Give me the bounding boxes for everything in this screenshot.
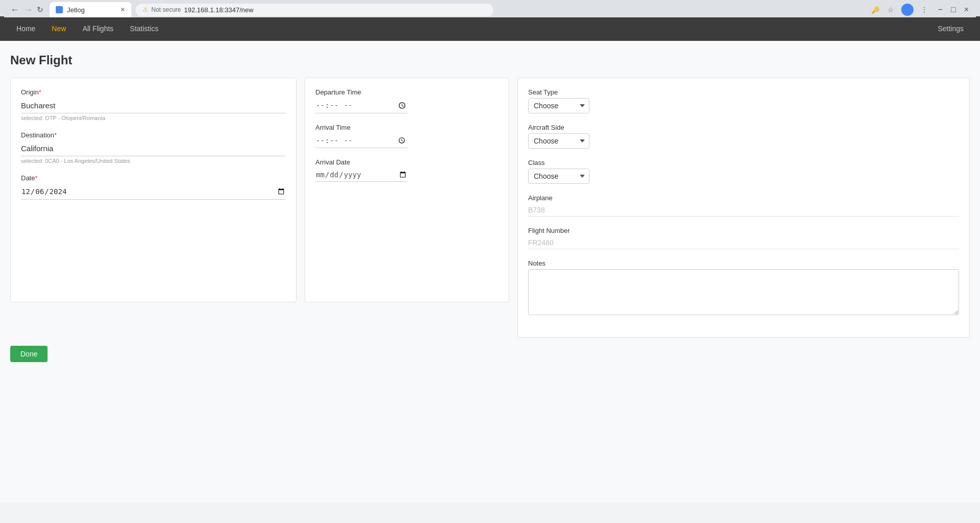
forward-button[interactable]: → [21, 3, 35, 17]
airplane-label: Airplane [528, 194, 959, 202]
security-label: Not secure [151, 6, 181, 13]
nav-home[interactable]: Home [8, 17, 43, 40]
nav-settings[interactable]: Settings [929, 17, 972, 40]
password-manager-button[interactable]: 🔑 [868, 4, 882, 16]
minimize-button[interactable]: − [935, 4, 946, 15]
class-label: Class [528, 159, 959, 167]
seat-type-label: Seat Type [528, 88, 959, 96]
profile-avatar[interactable] [901, 4, 914, 16]
class-field-group: Class Choose Economy Business First [528, 159, 959, 184]
airplane-input[interactable] [528, 204, 959, 217]
destination-hint: selected: 0CA0 - Los Angeles/United Stat… [21, 158, 286, 164]
nav-all-flights[interactable]: All Flights [74, 17, 122, 40]
security-icon: ⚠ [143, 6, 148, 13]
url-display: 192.168.1.18:3347/new [184, 6, 254, 14]
app-nav: Home New All Flights Statistics Settings [0, 16, 980, 41]
page-title: New Flight [10, 53, 970, 67]
times-card: Departure Time Arrival Time Arrival Date [305, 78, 509, 302]
tab-favicon [56, 6, 63, 13]
date-input[interactable] [21, 184, 286, 200]
close-button[interactable]: × [961, 4, 972, 15]
browser-chrome: ← → ↻ Jetlog ✕ ⚠ Not secure 192.168.1.18… [0, 0, 980, 16]
origin-required-marker: * [39, 88, 41, 96]
destination-field-group: Destination* selected: 0CA0 - Los Angele… [21, 131, 286, 164]
date-required-marker: * [35, 174, 37, 182]
aircraft-side-select[interactable]: Choose Left Right [528, 133, 589, 149]
maximize-button[interactable]: □ [948, 4, 959, 15]
arrival-time-field-group: Arrival Time [315, 124, 498, 149]
cards-row: Origin* selected: OTP - Otopeni/Romania … [10, 78, 970, 338]
date-label: Date* [21, 174, 286, 182]
flight-details-card: Origin* selected: OTP - Otopeni/Romania … [10, 78, 297, 302]
browser-actions: 🔑 ☆ ⋮ [868, 4, 931, 16]
flight-number-input[interactable] [528, 236, 959, 249]
done-button[interactable]: Done [10, 346, 48, 362]
aircraft-side-field-group: Aircraft Side Choose Left Right [528, 124, 959, 149]
back-button[interactable]: ← [8, 3, 21, 17]
window-controls: − □ × [935, 4, 972, 15]
main-content: New Flight Origin* selected: OTP - Otope… [0, 41, 980, 503]
origin-hint: selected: OTP - Otopeni/Romania [21, 115, 286, 121]
airplane-field-group: Airplane [528, 194, 959, 217]
nav-new[interactable]: New [43, 17, 74, 40]
seat-details-card: Seat Type Choose Window Middle Aisle Air… [517, 78, 970, 338]
tab-title: Jetlog [67, 6, 85, 14]
arrival-date-field-group: Arrival Date [315, 158, 498, 182]
arrival-time-input[interactable] [315, 133, 407, 149]
tab-close-button[interactable]: ✕ [120, 6, 125, 13]
arrival-time-label: Arrival Time [315, 124, 498, 131]
destination-input[interactable] [21, 141, 286, 156]
notes-field-group: Notes [528, 259, 959, 317]
seat-type-select[interactable]: Choose Window Middle Aisle [528, 98, 589, 113]
notes-textarea[interactable] [528, 269, 959, 315]
browser-tab[interactable]: Jetlog ✕ [50, 2, 131, 17]
departure-time-field-group: Departure Time [315, 88, 498, 113]
flight-number-label: Flight Number [528, 227, 959, 234]
arrival-date-input[interactable] [315, 168, 407, 182]
refresh-button[interactable]: ↻ [35, 3, 45, 16]
flight-number-field-group: Flight Number [528, 227, 959, 249]
destination-required-marker: * [54, 131, 57, 139]
notes-label: Notes [528, 259, 959, 267]
aircraft-side-label: Aircraft Side [528, 124, 959, 131]
destination-label: Destination* [21, 131, 286, 139]
class-select[interactable]: Choose Economy Business First [528, 169, 589, 184]
nav-statistics[interactable]: Statistics [122, 17, 167, 40]
departure-time-input[interactable] [315, 98, 407, 113]
origin-field-group: Origin* selected: OTP - Otopeni/Romania [21, 88, 286, 121]
seat-type-field-group: Seat Type Choose Window Middle Aisle [528, 88, 959, 113]
date-field-group: Date* [21, 174, 286, 200]
address-bar[interactable]: ⚠ Not secure 192.168.1.18:3347/new [135, 4, 493, 16]
arrival-date-label: Arrival Date [315, 158, 498, 166]
origin-input[interactable] [21, 98, 286, 113]
menu-button[interactable]: ⋮ [918, 4, 931, 16]
bookmark-button[interactable]: ☆ [884, 4, 897, 16]
departure-time-label: Departure Time [315, 88, 498, 96]
origin-label: Origin* [21, 88, 286, 96]
